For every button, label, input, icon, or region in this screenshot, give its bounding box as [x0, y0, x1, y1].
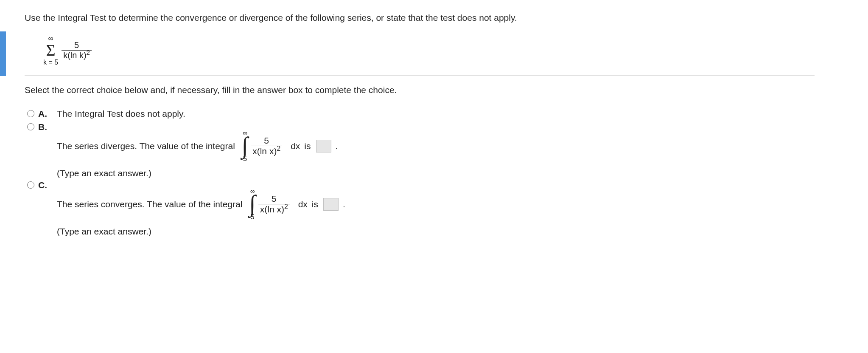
question-content: Use the Integral Test to determine the c… — [0, 0, 815, 237]
instruction-text: Select the correct choice below and, if … — [25, 85, 815, 95]
integral-b-fraction: 5 x(ln x)2 — [251, 136, 282, 156]
series-fraction: 5 k(ln k)2 — [62, 40, 92, 60]
question-marker — [0, 31, 6, 76]
sigma-lower-limit: k = 5 — [43, 59, 58, 66]
integral-b-lower: 5 — [243, 155, 247, 162]
integral-c-denominator: x(ln x)2 — [258, 204, 290, 215]
series-denominator: k(ln k)2 — [62, 51, 92, 60]
choice-c: C. The series converges. The value of th… — [27, 180, 815, 237]
choice-b-statement: The series diverges. The value of the in… — [57, 130, 815, 162]
choice-b-period: . — [336, 141, 338, 151]
answer-box-b[interactable] — [316, 140, 331, 152]
choice-c-period: . — [343, 199, 345, 209]
integral-b-denominator: x(ln x)2 — [251, 146, 282, 156]
integral-c-fraction: 5 x(ln x)2 — [258, 194, 290, 215]
integral-c-numerator: 5 — [270, 194, 278, 204]
radio-a[interactable] — [27, 110, 34, 117]
integral-b-numerator: 5 — [262, 136, 271, 146]
choice-b-is: is — [304, 141, 311, 151]
choice-c-text-before: The series converges. The value of the i… — [57, 199, 242, 209]
choice-a-text: The Integral Test does not apply. — [57, 109, 815, 119]
choice-b-hint: (Type an exact answer.) — [57, 168, 815, 178]
series-expression: ∞ Σ k = 5 5 k(ln k)2 — [43, 33, 815, 66]
choice-c-dx: dx — [298, 199, 308, 209]
integral-b-symbol: ∫ — [242, 136, 248, 154]
integral-c-symbol: ∫ — [249, 195, 255, 212]
choice-a-letter: A. — [38, 109, 57, 119]
answer-box-c[interactable] — [323, 198, 339, 211]
radio-b[interactable] — [27, 123, 34, 130]
choice-a: A. The Integral Test does not apply. — [27, 109, 815, 119]
choice-c-integral: ∞ ∫ 5 5 x(ln x)2 — [249, 188, 289, 220]
choice-b-dx: dx — [291, 141, 300, 151]
choice-c-is: is — [312, 199, 318, 209]
integral-c-lower: 5 — [250, 213, 254, 220]
choice-b-letter: B. — [38, 122, 57, 132]
divider — [25, 75, 815, 76]
choice-b-text-before: The series diverges. The value of the in… — [57, 141, 235, 151]
question-prompt: Use the Integral Test to determine the c… — [25, 13, 815, 23]
choices-group: A. The Integral Test does not apply. B. … — [27, 109, 815, 237]
choice-c-statement: The series converges. The value of the i… — [57, 188, 815, 220]
choice-b-integral: ∞ ∫ 5 5 x(ln x)2 — [242, 130, 282, 162]
choice-c-letter: C. — [38, 180, 57, 190]
series-numerator: 5 — [73, 40, 81, 50]
choice-c-hint: (Type an exact answer.) — [57, 226, 815, 237]
choice-b: B. The series diverges. The value of the… — [27, 122, 815, 178]
radio-c[interactable] — [27, 181, 34, 189]
sigma-symbol: Σ — [46, 43, 56, 57]
